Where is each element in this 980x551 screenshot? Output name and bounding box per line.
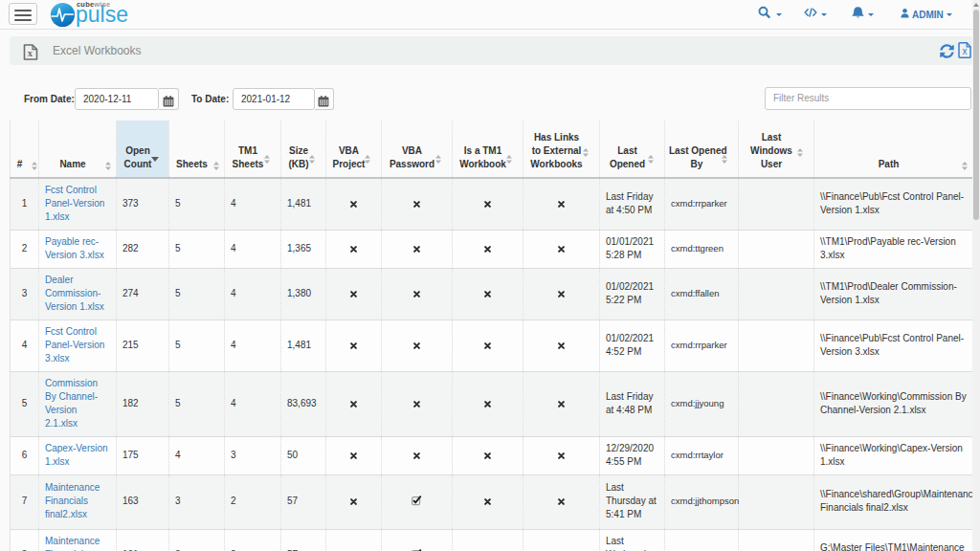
- svg-text:x: x: [963, 46, 968, 56]
- svg-text:x: x: [28, 48, 33, 58]
